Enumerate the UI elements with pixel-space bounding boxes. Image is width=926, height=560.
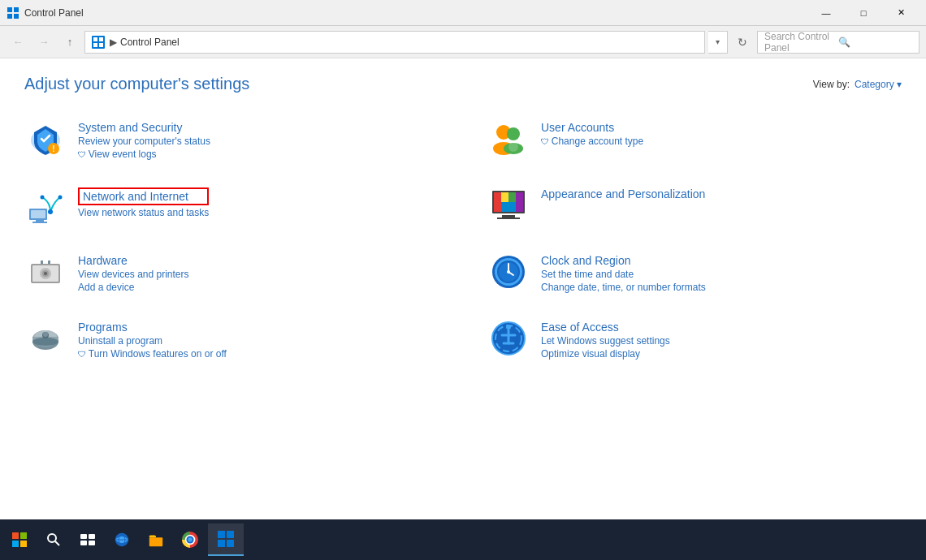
svg-rect-1 bbox=[14, 7, 19, 12]
clock-region-icon bbox=[487, 251, 530, 293]
appearance-content: Appearance and Personalization bbox=[541, 184, 705, 200]
svg-point-22 bbox=[41, 196, 45, 200]
content-header: Adjust your computer's settings View by:… bbox=[24, 75, 902, 93]
svg-rect-30 bbox=[501, 202, 516, 212]
search-icon: 🔍 bbox=[838, 37, 912, 48]
svg-rect-20 bbox=[32, 222, 47, 223]
hardware-content: Hardware View devices and printers Add a… bbox=[78, 251, 189, 293]
svg-rect-59 bbox=[12, 541, 19, 547]
ease-of-access-icon bbox=[487, 317, 530, 360]
svg-rect-78 bbox=[218, 540, 225, 547]
start-button[interactable] bbox=[3, 523, 36, 556]
svg-rect-76 bbox=[218, 531, 225, 538]
ease-of-access-link-2[interactable]: Optimize visual display bbox=[541, 348, 670, 360]
minimize-button[interactable]: — bbox=[807, 0, 845, 26]
svg-rect-32 bbox=[497, 218, 520, 219]
system-security-link-1[interactable]: Review your computer's status bbox=[78, 136, 210, 147]
svg-rect-58 bbox=[20, 532, 27, 539]
system-security-icon: ! bbox=[24, 118, 67, 160]
svg-rect-79 bbox=[227, 540, 234, 547]
category-hardware: Hardware View devices and printers Add a… bbox=[24, 251, 439, 293]
page-title: Adjust your computer's settings bbox=[24, 75, 249, 93]
programs-link-2[interactable]: Turn Windows features on or off bbox=[78, 348, 227, 360]
svg-rect-64 bbox=[89, 534, 95, 539]
svg-rect-28 bbox=[508, 192, 516, 202]
search-placeholder: Search Control Panel bbox=[764, 31, 838, 54]
svg-point-75 bbox=[188, 537, 192, 541]
viewby-dropdown[interactable]: Category ▾ bbox=[855, 79, 902, 90]
svg-rect-29 bbox=[516, 192, 523, 212]
svg-rect-66 bbox=[89, 541, 95, 545]
clock-region-title[interactable]: Clock and Region bbox=[541, 254, 706, 267]
programs-title[interactable]: Programs bbox=[78, 321, 227, 334]
taskbar bbox=[0, 519, 926, 560]
clock-region-content: Clock and Region Set the time and date C… bbox=[541, 251, 706, 293]
addressbar: ← → ↑ ▶ Control Panel ▾ ↻ Search Control… bbox=[0, 26, 926, 58]
svg-rect-8 bbox=[99, 43, 103, 47]
svg-rect-60 bbox=[20, 541, 27, 547]
window-icon bbox=[6, 6, 19, 19]
svg-rect-26 bbox=[494, 192, 501, 212]
svg-point-21 bbox=[48, 209, 53, 214]
appearance-title[interactable]: Appearance and Personalization bbox=[541, 187, 705, 200]
svg-point-56 bbox=[506, 325, 511, 330]
ease-of-access-link-1[interactable]: Let Windows suggest settings bbox=[541, 335, 670, 347]
hardware-title[interactable]: Hardware bbox=[78, 254, 189, 267]
programs-link-1[interactable]: Uninstall a program bbox=[78, 335, 227, 347]
refresh-button[interactable]: ↻ bbox=[731, 31, 754, 54]
viewby-label: View by: bbox=[813, 79, 850, 90]
system-security-link-2[interactable]: View event logs bbox=[78, 149, 210, 160]
svg-point-51 bbox=[32, 338, 58, 346]
maximize-button[interactable]: □ bbox=[845, 0, 882, 26]
svg-rect-3 bbox=[14, 14, 19, 19]
hardware-link-2[interactable]: Add a device bbox=[78, 282, 189, 293]
network-internet-link-1[interactable]: View network status and tasks bbox=[78, 207, 209, 218]
taskbar-search-button[interactable] bbox=[37, 523, 70, 556]
clock-region-link-2[interactable]: Change date, time, or number formats bbox=[541, 282, 706, 293]
forward-button[interactable]: → bbox=[32, 31, 55, 54]
address-path[interactable]: ▶ Control Panel bbox=[84, 31, 705, 54]
ease-of-access-content: Ease of Access Let Windows suggest setti… bbox=[541, 317, 670, 360]
hardware-link-1[interactable]: View devices and printers bbox=[78, 269, 189, 280]
svg-rect-39 bbox=[48, 261, 50, 264]
search-box[interactable]: Search Control Panel 🔍 bbox=[757, 31, 920, 54]
svg-point-53 bbox=[43, 332, 48, 337]
titlebar-title: Control Panel bbox=[24, 7, 807, 19]
back-button[interactable]: ← bbox=[6, 31, 29, 54]
up-button[interactable]: ↑ bbox=[58, 31, 81, 54]
category-user-accounts: User Accounts Change account type bbox=[487, 118, 902, 160]
control-panel-window: Control Panel — □ ✕ ← → ↑ ▶ Control Pane… bbox=[0, 0, 926, 519]
svg-point-14 bbox=[507, 127, 520, 140]
svg-rect-6 bbox=[99, 37, 103, 41]
ease-of-access-title[interactable]: Ease of Access bbox=[541, 321, 670, 334]
taskbar-chrome-button[interactable] bbox=[174, 523, 206, 556]
svg-rect-27 bbox=[501, 192, 508, 202]
network-internet-title[interactable]: Network and Internet bbox=[78, 187, 209, 205]
category-clock-region: Clock and Region Set the time and date C… bbox=[487, 251, 902, 293]
user-accounts-title[interactable]: User Accounts bbox=[541, 121, 643, 134]
taskbar-taskview-button[interactable] bbox=[71, 523, 104, 556]
user-accounts-link-1[interactable]: Change account type bbox=[541, 136, 643, 147]
address-dropdown[interactable]: ▾ bbox=[708, 31, 728, 54]
svg-point-46 bbox=[507, 270, 510, 274]
titlebar-controls: — □ ✕ bbox=[807, 0, 920, 26]
clock-region-link-1[interactable]: Set the time and date bbox=[541, 269, 706, 280]
category-appearance: Appearance and Personalization bbox=[487, 184, 902, 226]
svg-point-23 bbox=[58, 196, 63, 200]
svg-rect-5 bbox=[93, 37, 97, 41]
taskbar-active-app[interactable] bbox=[208, 523, 244, 556]
system-security-title[interactable]: System and Security bbox=[78, 121, 210, 134]
viewby-control: View by: Category ▾ bbox=[813, 79, 902, 90]
user-accounts-content: User Accounts Change account type bbox=[541, 118, 643, 147]
close-button[interactable]: ✕ bbox=[882, 0, 920, 26]
path-text: Control Panel bbox=[120, 37, 180, 48]
svg-text:!: ! bbox=[52, 144, 54, 153]
appearance-icon bbox=[487, 184, 530, 226]
svg-rect-2 bbox=[7, 14, 12, 19]
svg-rect-63 bbox=[80, 534, 87, 539]
category-ease-of-access: Ease of Access Let Windows suggest setti… bbox=[487, 317, 902, 360]
category-programs: Programs Uninstall a program Turn Window… bbox=[24, 317, 439, 360]
svg-rect-7 bbox=[93, 43, 97, 47]
taskbar-ie-button[interactable] bbox=[106, 523, 138, 556]
taskbar-explorer-button[interactable] bbox=[140, 523, 172, 556]
